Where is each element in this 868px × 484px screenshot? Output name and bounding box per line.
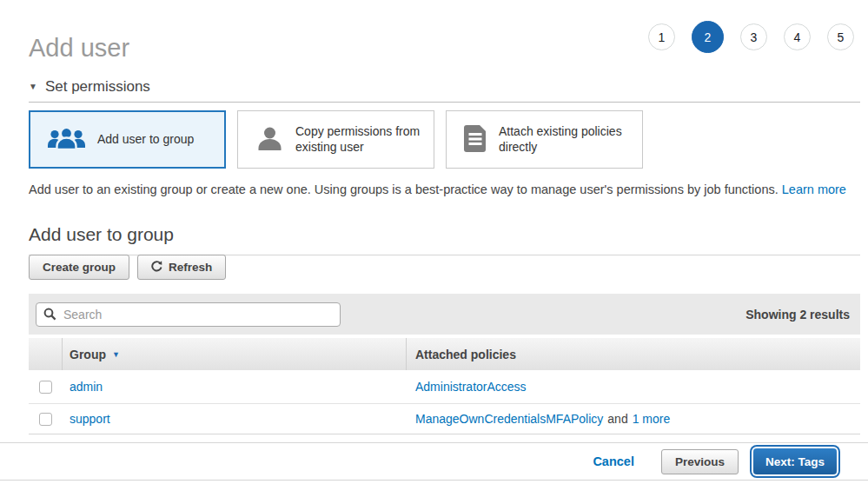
- create-group-label: Create group: [43, 261, 116, 274]
- previous-label: Previous: [675, 455, 725, 468]
- set-permissions-header[interactable]: ▼ Set permissions: [29, 78, 860, 103]
- step-5[interactable]: 5: [827, 23, 854, 50]
- cancel-button[interactable]: Cancel: [593, 454, 634, 468]
- learn-more-link[interactable]: Learn more: [782, 182, 846, 196]
- card-attach-policies[interactable]: Attach existing policies directly: [446, 110, 643, 169]
- refresh-label: Refresh: [169, 261, 212, 274]
- user-icon: [255, 125, 284, 155]
- description-text: Add user to an existing group or create …: [29, 182, 779, 196]
- add-user-to-group-heading: Add user to group: [29, 224, 860, 255]
- next-tags-button[interactable]: Next: Tags: [753, 448, 837, 474]
- group-column-label: Group: [70, 348, 106, 361]
- wizard-step-indicator: 1 2 3 4 5: [648, 21, 854, 53]
- refresh-button[interactable]: Refresh: [137, 255, 226, 280]
- permission-option-cards: Add user to group Copy permissions from …: [29, 110, 643, 169]
- card-copy-permissions[interactable]: Copy permissions from existing user: [237, 110, 434, 169]
- table-row: admin AdministratorAccess: [29, 370, 860, 404]
- section-description: Add user to an existing group or create …: [29, 182, 860, 196]
- magnifier-icon: [43, 308, 56, 321]
- group-actions: Create group Refresh: [29, 255, 226, 280]
- page-title: Add user: [29, 34, 129, 63]
- user-group-icon: [47, 125, 86, 154]
- groups-table: Showing 2 results Group ▼ Attached polic…: [29, 294, 860, 434]
- policy-suffix: and: [607, 412, 627, 426]
- more-policies-link[interactable]: 1 more: [633, 412, 671, 426]
- row-checkbox[interactable]: [39, 413, 52, 426]
- policy-link[interactable]: AdministratorAccess: [415, 380, 527, 394]
- group-link[interactable]: admin: [70, 380, 103, 394]
- column-header-policies: Attached policies: [407, 338, 860, 370]
- step-2-active[interactable]: 2: [692, 21, 724, 53]
- row-checkbox[interactable]: [39, 381, 52, 394]
- set-permissions-title: Set permissions: [45, 78, 150, 96]
- table-toolbar: Showing 2 results: [29, 294, 860, 335]
- column-header-group[interactable]: Group ▼: [63, 338, 407, 370]
- wizard-footer: Cancel Previous Next: Tags: [0, 442, 868, 481]
- table-header-row: Group ▼ Attached policies: [29, 338, 860, 370]
- step-4[interactable]: 4: [784, 23, 811, 50]
- card-add-user-to-group[interactable]: Add user to group: [29, 110, 226, 169]
- card-label: Add user to group: [97, 132, 194, 148]
- step-3[interactable]: 3: [740, 23, 767, 50]
- sort-descending-icon: ▼: [112, 350, 120, 359]
- refresh-icon: [151, 261, 162, 275]
- policy-link[interactable]: ManageOwnCredentialsMFAPolicy: [415, 412, 603, 426]
- card-label: Copy permissions from existing user: [295, 124, 425, 155]
- search-input[interactable]: [62, 307, 333, 322]
- table-row: support ManageOwnCredentialsMFAPolicy an…: [29, 404, 860, 434]
- results-count: Showing 2 results: [745, 308, 850, 322]
- step-1[interactable]: 1: [648, 23, 675, 50]
- document-icon: [464, 125, 487, 155]
- card-label: Attach existing policies directly: [499, 124, 633, 155]
- policies-column-label: Attached policies: [415, 348, 516, 361]
- collapse-caret-icon: ▼: [29, 83, 37, 91]
- header-checkbox-column: [29, 338, 63, 370]
- search-box[interactable]: [36, 302, 341, 327]
- create-group-button[interactable]: Create group: [29, 255, 129, 280]
- group-link[interactable]: support: [70, 412, 110, 426]
- previous-button[interactable]: Previous: [661, 449, 739, 474]
